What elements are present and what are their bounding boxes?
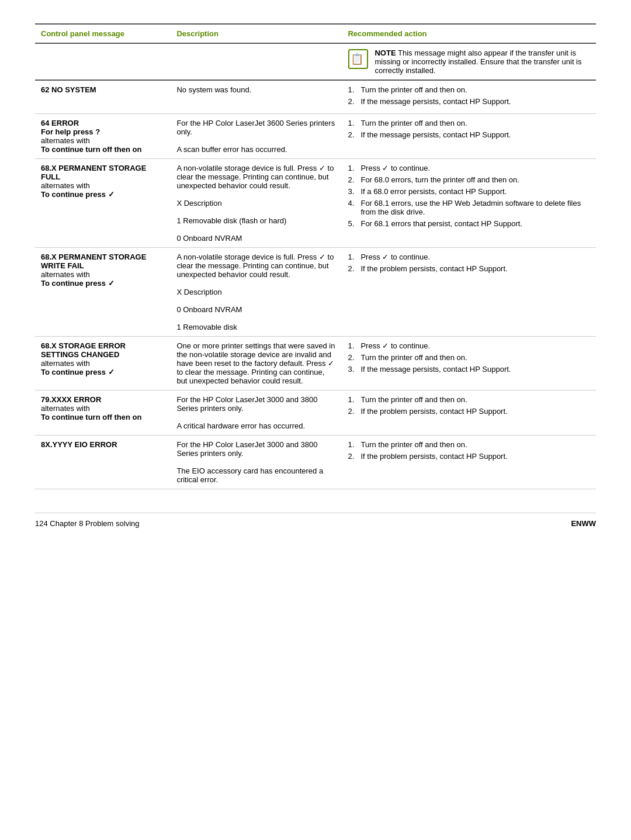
action-num: 2. — [348, 407, 357, 416]
description-cell: No system was found. — [171, 80, 342, 114]
desc-line: A non-volatile storage device is full. P… — [176, 164, 334, 190]
desc-line: For the HP Color LaserJet 3600 Series pr… — [176, 119, 335, 136]
action-num: 4. — [348, 199, 357, 216]
action-text: Turn the printer off and then on. — [360, 440, 467, 449]
message-cell: 68.X PERMANENT STORAGE WRITE FAILalterna… — [35, 248, 171, 337]
action-text: Turn the printer off and then on. — [360, 119, 467, 127]
note-action-cell: 📋 NOTE This message might also appear if… — [342, 43, 596, 80]
action-num: 1. — [348, 253, 357, 261]
action-cell: 1. Turn the printer off and then on. 2. … — [342, 435, 596, 489]
table-row: 68.X PERMANENT STORAGE FULLalternates wi… — [35, 159, 596, 248]
description-cell: For the HP Color LaserJet 3000 and 3800 … — [171, 435, 342, 489]
action-item: 2. If the problem persists, contact HP S… — [348, 264, 590, 273]
message-sub: alternates with — [41, 181, 90, 190]
action-text: Turn the printer off and then on. — [360, 353, 467, 362]
action-item: 1. Press ✓ to continue. — [348, 341, 590, 350]
action-list: 1. Turn the printer off and then on. 2. … — [348, 440, 590, 461]
message-sub-bold: To continue press ✓ — [41, 279, 115, 288]
message-cell: 64 ERRORFor help press ?alternates withT… — [35, 114, 171, 159]
message-bold: 68.X PERMANENT STORAGE FULL — [41, 164, 146, 181]
message-bold: 62 NO SYSTEM — [41, 85, 96, 94]
action-text: If a 68.0 error persists, contact HP Sup… — [360, 187, 507, 196]
message-cell: 68.X PERMANENT STORAGE FULLalternates wi… — [35, 159, 171, 248]
action-text: Turn the printer off and then on. — [360, 395, 467, 404]
action-num: 1. — [348, 119, 357, 127]
action-num: 2. — [348, 130, 357, 139]
table-row: 79.XXXX ERRORalternates withTo continue … — [35, 390, 596, 435]
description-cell: A non-volatile storage device is full. P… — [171, 159, 342, 248]
desc-line: X Description — [176, 199, 221, 208]
action-item: 2. If the problem persists, contact HP S… — [348, 407, 590, 416]
action-list: 1. Turn the printer off and then on. 2. … — [348, 85, 590, 106]
note-label: NOTE — [375, 49, 396, 57]
action-text: If the message persists, contact HP Supp… — [360, 130, 511, 139]
message-cell: 79.XXXX ERRORalternates withTo continue … — [35, 390, 171, 435]
note-description-cell — [171, 43, 342, 80]
description-cell: A non-volatile storage device is full. P… — [171, 248, 342, 337]
action-cell: 1. Press ✓ to continue. 2. For 68.0 erro… — [342, 159, 596, 248]
message-sub-bold: To continue turn off then on — [41, 145, 141, 154]
action-item: 1. Turn the printer off and then on. — [348, 395, 590, 404]
table-row: 68.X PERMANENT STORAGE WRITE FAILalterna… — [35, 248, 596, 337]
action-item: 2. If the message persists, contact HP S… — [348, 130, 590, 139]
desc-line: A scan buffer error has occurred. — [176, 145, 287, 154]
action-item: 2. For 68.0 errors, turn the printer off… — [348, 175, 590, 184]
svg-text:📋: 📋 — [351, 53, 364, 65]
action-num: 2. — [348, 264, 357, 273]
header-description: Description — [171, 24, 342, 43]
action-num: 5. — [348, 219, 357, 228]
note-text: NOTE This message might also appear if t… — [375, 49, 590, 75]
action-text: If the problem persists, contact HP Supp… — [360, 407, 507, 416]
action-text: Turn the printer off and then on. — [360, 85, 467, 94]
action-item: 5. For 68.1 errors that persist, contact… — [348, 219, 590, 228]
action-text: If the problem persists, contact HP Supp… — [360, 452, 507, 461]
message-sub: alternates with — [41, 404, 90, 413]
action-item: 3. If the message persists, contact HP S… — [348, 365, 590, 374]
action-item: 2. Turn the printer off and then on. — [348, 353, 590, 362]
message-bold: 68.X PERMANENT STORAGE WRITE FAIL — [41, 253, 146, 270]
desc-line: 0 Onboard NVRAM — [176, 234, 242, 243]
message-cell: 68.X STORAGE ERROR SETTINGS CHANGEDalter… — [35, 337, 171, 390]
desc-line: A critical hardware error has occurred. — [176, 421, 305, 430]
action-cell: 1. Turn the printer off and then on. 2. … — [342, 390, 596, 435]
table-row: 8X.YYYY EIO ERROR For the HP Color Laser… — [35, 435, 596, 489]
action-text: If the problem persists, contact HP Supp… — [360, 264, 507, 273]
action-item: 2. If the message persists, contact HP S… — [348, 97, 590, 106]
message-sub-bold: To continue press ✓ — [41, 190, 115, 199]
message-bold: 64 ERROR — [41, 119, 79, 127]
message-cell: 8X.YYYY EIO ERROR — [35, 435, 171, 489]
action-text: If the message persists, contact HP Supp… — [360, 97, 511, 106]
action-cell: 1. Press ✓ to continue. 2. If the proble… — [342, 248, 596, 337]
desc-line: For the HP Color LaserJet 3000 and 3800 … — [176, 395, 317, 413]
note-box: 📋 NOTE This message might also appear if… — [348, 49, 590, 75]
action-num: 1. — [348, 164, 357, 172]
action-num: 3. — [348, 365, 357, 374]
action-item: 1. Press ✓ to continue. — [348, 164, 590, 172]
desc-line: 1 Removable disk (flash or hard) — [176, 216, 286, 225]
action-text: For 68.1 errors, use the HP Web Jetadmin… — [360, 199, 590, 216]
desc-line: 0 Onboard NVRAM — [176, 305, 242, 314]
action-num: 1. — [348, 85, 357, 94]
message-sub-bold: For help press ? — [41, 127, 100, 136]
table-row: 64 ERRORFor help press ?alternates withT… — [35, 114, 596, 159]
action-cell: 1. Turn the printer off and then on. 2. … — [342, 114, 596, 159]
action-list: 1. Press ✓ to continue. 2. For 68.0 erro… — [348, 164, 590, 228]
table-row: 62 NO SYSTEM No system was found. 1. Tur… — [35, 80, 596, 114]
table-row-note: 📋 NOTE This message might also appear if… — [35, 43, 596, 80]
action-num: 2. — [348, 353, 357, 362]
table-row: 68.X STORAGE ERROR SETTINGS CHANGEDalter… — [35, 337, 596, 390]
desc-line: X Description — [176, 288, 221, 296]
action-list: 1. Press ✓ to continue. 2. Turn the prin… — [348, 341, 590, 374]
message-bold: 79.XXXX ERROR — [41, 395, 101, 404]
action-text: Press ✓ to continue. — [360, 341, 430, 350]
desc-line: One or more printer settings that were s… — [176, 341, 335, 385]
action-text: For 68.1 errors that persist, contact HP… — [360, 219, 522, 228]
message-bold: 68.X STORAGE ERROR SETTINGS CHANGED — [41, 341, 126, 359]
note-icon: 📋 — [348, 49, 369, 74]
action-item: 3. If a 68.0 error persists, contact HP … — [348, 187, 590, 196]
footer-left: 124 Chapter 8 Problem solving — [35, 519, 140, 528]
action-text: If the message persists, contact HP Supp… — [360, 365, 511, 374]
desc-line: The EIO accessory card has encountered a… — [176, 466, 323, 484]
action-num: 3. — [348, 187, 357, 196]
action-item: 1. Press ✓ to continue. — [348, 253, 590, 261]
